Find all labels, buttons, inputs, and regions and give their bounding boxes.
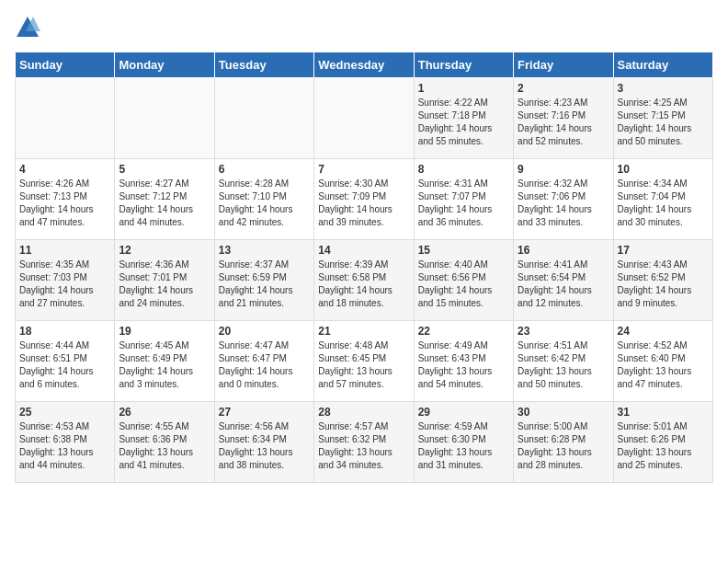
day-info: Sunrise: 5:01 AM Sunset: 6:26 PM Dayligh… xyxy=(618,420,709,472)
day-info: Sunrise: 4:56 AM Sunset: 6:34 PM Dayligh… xyxy=(219,420,310,472)
calendar-day-cell: 29Sunrise: 4:59 AM Sunset: 6:30 PM Dayli… xyxy=(414,402,513,483)
calendar-day-cell: 25Sunrise: 4:53 AM Sunset: 6:38 PM Dayli… xyxy=(16,402,115,483)
day-number: 13 xyxy=(219,244,310,257)
day-info: Sunrise: 4:53 AM Sunset: 6:38 PM Dayligh… xyxy=(19,420,110,472)
day-number: 1 xyxy=(418,82,509,95)
day-info: Sunrise: 4:28 AM Sunset: 7:10 PM Dayligh… xyxy=(219,178,310,229)
calendar-day-cell: 15Sunrise: 4:40 AM Sunset: 6:56 PM Dayli… xyxy=(414,240,513,321)
day-info: Sunrise: 5:00 AM Sunset: 6:28 PM Dayligh… xyxy=(518,420,609,472)
calendar-day-cell: 18Sunrise: 4:44 AM Sunset: 6:51 PM Dayli… xyxy=(16,321,115,402)
day-number: 27 xyxy=(219,406,310,419)
day-number: 14 xyxy=(318,244,409,257)
calendar-week-row: 18Sunrise: 4:44 AM Sunset: 6:51 PM Dayli… xyxy=(16,321,713,402)
day-info: Sunrise: 4:55 AM Sunset: 6:36 PM Dayligh… xyxy=(119,420,210,472)
calendar-day-cell: 8Sunrise: 4:31 AM Sunset: 7:07 PM Daylig… xyxy=(414,159,513,240)
calendar-day-cell: 4Sunrise: 4:26 AM Sunset: 7:13 PM Daylig… xyxy=(16,159,115,240)
day-info: Sunrise: 4:37 AM Sunset: 6:59 PM Dayligh… xyxy=(219,259,310,310)
calendar-day-cell: 24Sunrise: 4:52 AM Sunset: 6:40 PM Dayli… xyxy=(613,321,712,402)
calendar-day-cell: 28Sunrise: 4:57 AM Sunset: 6:32 PM Dayli… xyxy=(314,402,414,483)
day-number: 12 xyxy=(119,244,210,257)
day-info: Sunrise: 4:44 AM Sunset: 6:51 PM Dayligh… xyxy=(19,339,110,391)
calendar-day-cell: 3Sunrise: 4:25 AM Sunset: 7:15 PM Daylig… xyxy=(613,78,712,159)
calendar-day-cell: 16Sunrise: 4:41 AM Sunset: 6:54 PM Dayli… xyxy=(514,240,613,321)
day-of-week-header: Sunday xyxy=(16,52,115,78)
calendar-week-row: 25Sunrise: 4:53 AM Sunset: 6:38 PM Dayli… xyxy=(16,402,713,483)
calendar-day-cell: 7Sunrise: 4:30 AM Sunset: 7:09 PM Daylig… xyxy=(314,159,414,240)
day-number: 26 xyxy=(119,406,210,419)
day-number: 29 xyxy=(418,406,509,419)
day-info: Sunrise: 4:32 AM Sunset: 7:06 PM Dayligh… xyxy=(518,178,609,229)
day-info: Sunrise: 4:27 AM Sunset: 7:12 PM Dayligh… xyxy=(119,178,210,229)
day-info: Sunrise: 4:31 AM Sunset: 7:07 PM Dayligh… xyxy=(418,178,509,229)
day-info: Sunrise: 4:43 AM Sunset: 6:52 PM Dayligh… xyxy=(618,259,709,310)
day-of-week-header: Friday xyxy=(514,52,613,78)
calendar-day-cell: 12Sunrise: 4:36 AM Sunset: 7:01 PM Dayli… xyxy=(115,240,214,321)
day-number: 16 xyxy=(518,244,609,257)
calendar-day-cell: 11Sunrise: 4:35 AM Sunset: 7:03 PM Dayli… xyxy=(16,240,115,321)
calendar-week-row: 11Sunrise: 4:35 AM Sunset: 7:03 PM Dayli… xyxy=(16,240,713,321)
logo-icon xyxy=(15,15,40,40)
day-number: 22 xyxy=(418,325,509,338)
calendar-week-row: 1Sunrise: 4:22 AM Sunset: 7:18 PM Daylig… xyxy=(16,78,713,159)
day-of-week-header: Wednesday xyxy=(314,52,414,78)
day-info: Sunrise: 4:52 AM Sunset: 6:40 PM Dayligh… xyxy=(618,339,709,391)
day-info: Sunrise: 4:48 AM Sunset: 6:45 PM Dayligh… xyxy=(318,339,409,391)
calendar-day-cell: 2Sunrise: 4:23 AM Sunset: 7:16 PM Daylig… xyxy=(514,78,613,159)
day-number: 11 xyxy=(19,244,110,257)
day-number: 17 xyxy=(618,244,709,257)
day-number: 7 xyxy=(318,163,409,176)
calendar-day-cell: 1Sunrise: 4:22 AM Sunset: 7:18 PM Daylig… xyxy=(414,78,513,159)
day-info: Sunrise: 4:25 AM Sunset: 7:15 PM Dayligh… xyxy=(618,97,709,148)
day-info: Sunrise: 4:39 AM Sunset: 6:58 PM Dayligh… xyxy=(318,259,409,310)
day-number: 21 xyxy=(318,325,409,338)
calendar-day-cell: 26Sunrise: 4:55 AM Sunset: 6:36 PM Dayli… xyxy=(115,402,214,483)
day-info: Sunrise: 4:23 AM Sunset: 7:16 PM Dayligh… xyxy=(518,97,609,148)
day-number: 9 xyxy=(518,163,609,176)
day-info: Sunrise: 4:30 AM Sunset: 7:09 PM Dayligh… xyxy=(318,178,409,229)
day-info: Sunrise: 4:26 AM Sunset: 7:13 PM Dayligh… xyxy=(19,178,110,229)
day-number: 24 xyxy=(618,325,709,338)
day-number: 28 xyxy=(318,406,409,419)
day-number: 15 xyxy=(418,244,509,257)
day-info: Sunrise: 4:35 AM Sunset: 7:03 PM Dayligh… xyxy=(19,259,110,310)
day-number: 23 xyxy=(518,325,609,338)
day-info: Sunrise: 4:51 AM Sunset: 6:42 PM Dayligh… xyxy=(518,339,609,391)
day-number: 4 xyxy=(19,163,110,176)
calendar-day-cell: 21Sunrise: 4:48 AM Sunset: 6:45 PM Dayli… xyxy=(314,321,414,402)
calendar-day-cell: 23Sunrise: 4:51 AM Sunset: 6:42 PM Dayli… xyxy=(514,321,613,402)
calendar-day-cell: 17Sunrise: 4:43 AM Sunset: 6:52 PM Dayli… xyxy=(613,240,712,321)
day-number: 25 xyxy=(19,406,110,419)
calendar-day-cell: 9Sunrise: 4:32 AM Sunset: 7:06 PM Daylig… xyxy=(514,159,613,240)
day-info: Sunrise: 4:40 AM Sunset: 6:56 PM Dayligh… xyxy=(418,259,509,310)
day-number: 3 xyxy=(618,82,709,95)
day-info: Sunrise: 4:36 AM Sunset: 7:01 PM Dayligh… xyxy=(119,259,210,310)
calendar-day-cell: 14Sunrise: 4:39 AM Sunset: 6:58 PM Dayli… xyxy=(314,240,414,321)
day-of-week-header: Tuesday xyxy=(214,52,313,78)
day-number: 20 xyxy=(219,325,310,338)
calendar-day-cell: 19Sunrise: 4:45 AM Sunset: 6:49 PM Dayli… xyxy=(115,321,214,402)
calendar-day-cell: 31Sunrise: 5:01 AM Sunset: 6:26 PM Dayli… xyxy=(613,402,712,483)
calendar-day-cell: 5Sunrise: 4:27 AM Sunset: 7:12 PM Daylig… xyxy=(115,159,214,240)
day-of-week-header: Monday xyxy=(115,52,214,78)
day-number: 2 xyxy=(518,82,609,95)
day-number: 5 xyxy=(119,163,210,176)
calendar-day-cell: 6Sunrise: 4:28 AM Sunset: 7:10 PM Daylig… xyxy=(214,159,313,240)
calendar-day-cell: 20Sunrise: 4:47 AM Sunset: 6:47 PM Dayli… xyxy=(214,321,313,402)
day-number: 19 xyxy=(119,325,210,338)
logo xyxy=(15,15,44,40)
calendar-day-cell xyxy=(16,78,115,159)
day-info: Sunrise: 4:59 AM Sunset: 6:30 PM Dayligh… xyxy=(418,420,509,472)
day-info: Sunrise: 4:57 AM Sunset: 6:32 PM Dayligh… xyxy=(318,420,409,472)
calendar-day-cell: 22Sunrise: 4:49 AM Sunset: 6:43 PM Dayli… xyxy=(414,321,513,402)
calendar-day-cell: 27Sunrise: 4:56 AM Sunset: 6:34 PM Dayli… xyxy=(214,402,313,483)
calendar-day-cell: 30Sunrise: 5:00 AM Sunset: 6:28 PM Dayli… xyxy=(514,402,613,483)
calendar-day-cell: 10Sunrise: 4:34 AM Sunset: 7:04 PM Dayli… xyxy=(613,159,712,240)
calendar-day-cell xyxy=(314,78,414,159)
day-of-week-header: Thursday xyxy=(414,52,513,78)
day-info: Sunrise: 4:49 AM Sunset: 6:43 PM Dayligh… xyxy=(418,339,509,391)
header xyxy=(15,15,713,40)
calendar-day-cell xyxy=(214,78,313,159)
calendar-header-row: SundayMondayTuesdayWednesdayThursdayFrid… xyxy=(16,52,713,78)
day-info: Sunrise: 4:41 AM Sunset: 6:54 PM Dayligh… xyxy=(518,259,609,310)
calendar-day-cell: 13Sunrise: 4:37 AM Sunset: 6:59 PM Dayli… xyxy=(214,240,313,321)
